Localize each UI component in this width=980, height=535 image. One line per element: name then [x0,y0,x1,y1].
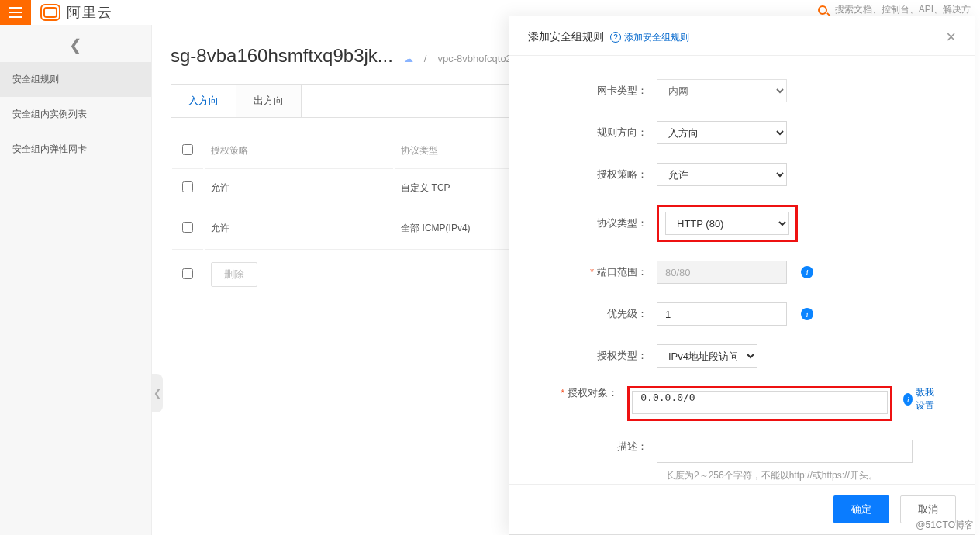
description-label: 描述： [525,440,657,454]
dialog-help-text: 添加安全组规则 [624,31,689,44]
priority-label: 优先级： [525,307,657,321]
dialog-footer: 确定 取消 [509,484,975,534]
row-checkbox[interactable] [182,222,193,233]
dialog-title: 添加安全组规则 [528,30,604,44]
info-icon: i [903,393,913,406]
sidebar-item-label: 安全组规则 [12,74,59,85]
aliyun-logo-icon [40,4,60,21]
auth-type-label: 授权类型： [525,349,657,363]
field-protocol: 协议类型： HTTP (80) [525,205,944,242]
sidebar-item-instances[interactable]: 安全组内实例列表 [0,97,151,132]
auth-object-highlight-box: 0.0.0.0/0 [627,386,892,421]
confirm-label: 确定 [851,503,871,515]
close-icon[interactable]: × [946,32,956,43]
dialog-help-link[interactable]: ? 添加安全组规则 [610,31,689,44]
teach-me-text: 教我设置 [916,386,944,412]
field-description: 描述： [525,440,944,463]
field-priority: 优先级： i [525,302,944,326]
teach-me-link[interactable]: i 教我设置 [903,386,944,412]
delete-button[interactable]: 删除 [211,262,257,287]
field-direction: 规则方向： 入方向 [525,121,944,144]
tab-outbound[interactable]: 出方向 [236,85,302,117]
help-icon: ? [610,32,621,43]
protocol-label: 协议类型： [525,216,657,230]
policy-label: 授权策略： [525,167,657,181]
left-sidebar: ❮ 安全组规则 安全组内实例列表 安全组内弹性网卡 ❮ [0,25,152,535]
top-right-links: 搜索文档、控制台、API、解决方 [818,3,971,16]
tab-inbound[interactable]: 入方向 [171,85,236,117]
tab-label: 出方向 [254,95,284,106]
sidebar-item-label: 安全组内弹性网卡 [12,143,87,154]
select-all-checkbox[interactable] [182,144,193,155]
nic-type-label: 网卡类型： [525,84,657,98]
field-policy: 授权策略： 允许 [525,163,944,186]
priority-input[interactable] [657,302,787,326]
sidebar-back-icon[interactable]: ❮ [0,25,151,62]
field-auth-type: 授权类型： IPv4地址段访问 [525,344,944,368]
logo[interactable]: 阿里云 [40,3,113,22]
cloud-icon: ☁ [404,54,413,64]
cancel-label: 取消 [918,503,938,515]
field-nic-type: 网卡类型： 内网 [525,79,944,102]
sidebar-item-eni[interactable]: 安全组内弹性网卡 [0,132,151,167]
port-info-icon[interactable]: i [801,266,813,278]
field-auth-object: *授权对象： 0.0.0.0/0 i 教我设置 [525,386,944,421]
sidebar-item-rules[interactable]: 安全组规则 [0,62,151,97]
logo-text: 阿里云 [67,3,113,22]
confirm-button[interactable]: 确定 [833,495,889,523]
field-port-range: *端口范围： i [525,261,944,284]
auth-object-input[interactable]: 0.0.0.0/0 [632,391,888,414]
dialog-header: 添加安全组规则 ? 添加安全组规则 × [509,16,975,56]
sidebar-item-label: 安全组内实例列表 [12,109,87,119]
top-search-text[interactable]: 搜索文档、控制台、API、解决方 [835,3,971,16]
hamburger-menu-icon[interactable] [0,0,31,25]
row-checkbox[interactable] [182,181,193,192]
description-hint: 长度为2～256个字符，不能以http://或https://开头。 [666,469,944,482]
protocol-select[interactable]: HTTP (80) [665,212,789,235]
cell-policy: 允许 [205,168,393,207]
tab-label: 入方向 [188,95,219,106]
delete-button-label: 删除 [224,268,244,280]
port-range-input [657,261,787,284]
search-icon[interactable] [818,5,827,15]
watermark: @51CTO博客 [916,519,974,532]
description-input[interactable] [657,440,913,463]
dialog-body: 网卡类型： 内网 规则方向： 入方向 授权策略： 允许 协议类型： HTTP (… [509,56,975,502]
priority-info-icon[interactable]: i [801,308,813,320]
cell-policy: 允许 [205,209,393,247]
auth-object-label: *授权对象： [525,386,627,400]
direction-label: 规则方向： [525,126,657,140]
add-rule-dialog: 添加安全组规则 ? 添加安全组规则 × 网卡类型： 内网 规则方向： 入方向 授… [509,16,975,535]
policy-select[interactable]: 允许 [657,163,787,186]
col-policy: 授权策略 [205,135,393,167]
auth-type-select[interactable]: IPv4地址段访问 [657,344,757,368]
nic-type-select: 内网 [657,79,787,102]
direction-select[interactable]: 入方向 [657,121,787,144]
breadcrumb-sep: / [424,53,427,64]
port-range-label: *端口范围： [525,265,657,279]
footer-checkbox[interactable] [182,268,193,279]
protocol-highlight-box: HTTP (80) [657,205,798,242]
security-group-title: sg-8vba160hsmftxq9b3jk... [171,45,393,67]
